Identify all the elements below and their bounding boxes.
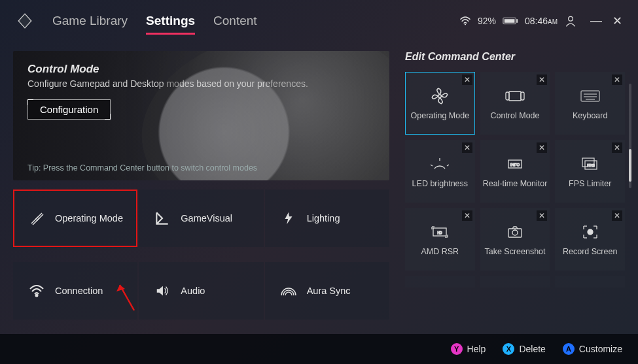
wifi-icon — [27, 282, 46, 300]
cc-tile-label: Operating Mode — [411, 111, 470, 120]
speaker-icon — [153, 282, 171, 300]
minimize-button[interactable]: — — [590, 14, 602, 28]
footer-delete[interactable]: X Delete — [503, 343, 545, 355]
tile-remove-button[interactable]: ✕ — [462, 74, 472, 85]
cc-tile-add[interactable]: + — [480, 276, 550, 288]
settings-tile-label: GameVisual — [181, 213, 232, 223]
profile-icon[interactable] — [564, 14, 577, 27]
footer-help[interactable]: Y Help — [451, 343, 486, 355]
svg-point-0 — [465, 24, 466, 25]
nav-tab-game-library[interactable]: Game Library — [52, 14, 128, 28]
settings-tile-audio[interactable]: Audio — [139, 262, 263, 320]
led-icon — [431, 154, 449, 174]
cc-tile-add[interactable]: + — [405, 276, 475, 288]
keyboard-icon — [580, 86, 600, 106]
settings-tile-label: Operating Mode — [55, 213, 123, 223]
nav-tabs: Game Library Settings Content — [52, 14, 257, 28]
nav-tab-content[interactable]: Content — [213, 14, 257, 28]
bolt-icon — [279, 209, 298, 227]
y-button-icon: Y — [451, 343, 463, 355]
settings-tile-label: Lighting — [307, 213, 340, 223]
tile-remove-button[interactable]: ✕ — [612, 210, 622, 221]
cc-tile-amd-rsr[interactable]: ✕HDAMD RSR — [405, 208, 475, 271]
settings-tile-aura-sync[interactable]: Aura Sync — [265, 262, 389, 320]
cc-tile-label: Keyboard — [573, 111, 608, 120]
app-logo — [16, 12, 34, 30]
settings-tile-operating-mode[interactable]: Operating Mode — [13, 190, 137, 247]
tile-remove-button[interactable]: ✕ — [462, 142, 472, 153]
cc-tile-label: LED brightness — [412, 179, 468, 188]
svg-text:FPS: FPS — [587, 163, 595, 167]
footer-bar: Y Help X Delete A Customize — [0, 334, 638, 364]
top-bar: Game Library Settings Content 92% 08:46A… — [0, 0, 638, 35]
svg-text:HD: HD — [438, 231, 443, 235]
svg-point-6 — [438, 95, 442, 98]
close-button[interactable]: ✕ — [612, 14, 622, 28]
settings-tile-label: Audio — [181, 286, 205, 296]
settings-tile-gamevisual[interactable]: GameVisual — [139, 190, 263, 247]
rainbow-icon — [279, 282, 298, 300]
wifi-icon — [459, 16, 471, 25]
cc-tile-control-mode[interactable]: ✕Control Mode — [480, 72, 550, 135]
cc-tile-label: Take Screenshot — [484, 247, 545, 256]
rsr-icon: HD — [431, 222, 448, 242]
tile-remove-button[interactable]: ✕ — [612, 142, 622, 153]
cc-tile-label: Real-time Monitor — [483, 179, 548, 188]
settings-tile-lighting[interactable]: Lighting — [265, 190, 389, 247]
settings-tile-connection[interactable]: Connection — [13, 262, 137, 320]
svg-point-4 — [569, 16, 573, 21]
settings-grid: Operating ModeGameVisualLightingConnecti… — [13, 190, 389, 333]
cc-tile-add[interactable]: + — [555, 276, 625, 288]
svg-rect-10 — [581, 91, 599, 101]
cc-tile-operating-mode[interactable]: ✕Operating Mode — [405, 72, 475, 135]
cc-tile-led-brightness[interactable]: ✕LED brightness — [405, 140, 475, 203]
command-center-title: Edit Command Center — [405, 51, 625, 63]
tile-remove-button[interactable]: ✕ — [537, 142, 547, 153]
handheld-icon — [505, 86, 525, 106]
hero-tip: Tip: Press the Command Center button to … — [27, 163, 257, 173]
svg-rect-9 — [521, 92, 524, 100]
command-center-grid: ✕Operating Mode✕Control Mode✕Keyboard✕LE… — [405, 72, 625, 288]
scrollbar[interactable] — [629, 84, 631, 188]
camera-icon — [507, 222, 523, 242]
battery-icon — [503, 17, 518, 25]
gvisual-icon — [153, 209, 171, 227]
cc-tile-fps-limiter[interactable]: ✕FPSFPS Limiter — [555, 140, 625, 203]
cc-tile-real-time-monitor[interactable]: ✕INFOReal-time Monitor — [480, 140, 550, 203]
fps-icon: FPS — [581, 154, 599, 174]
settings-tile-label: Connection — [55, 286, 103, 296]
svg-point-26 — [512, 230, 518, 235]
tile-remove-button[interactable]: ✕ — [462, 210, 472, 221]
tools-icon — [27, 209, 46, 227]
status-area: 92% 08:46AM — ✕ — [459, 14, 622, 28]
footer-customize[interactable]: A Customize — [563, 343, 622, 355]
tile-remove-button[interactable]: ✕ — [612, 74, 622, 85]
fan-icon — [431, 86, 449, 106]
hero-card-control-mode: Control Mode Configure Gamepad and Deskt… — [13, 51, 389, 180]
svg-text:INFO: INFO — [510, 163, 520, 167]
nav-tab-settings[interactable]: Settings — [146, 14, 195, 28]
battery-percent: 92% — [478, 16, 496, 26]
cc-tile-label: FPS Limiter — [569, 179, 611, 188]
svg-rect-8 — [506, 92, 509, 100]
x-button-icon: X — [503, 343, 514, 355]
configuration-button[interactable]: Configuration — [27, 99, 111, 120]
cc-tile-label: Record Screen — [563, 247, 617, 256]
cc-tile-label: Control Mode — [490, 111, 539, 120]
svg-rect-7 — [509, 91, 521, 101]
tile-remove-button[interactable]: ✕ — [537, 210, 547, 221]
svg-point-5 — [36, 294, 38, 296]
svg-point-35 — [588, 229, 593, 235]
cc-tile-keyboard[interactable]: ✕Keyboard — [555, 72, 625, 135]
settings-tile-label: Aura Sync — [307, 286, 351, 296]
cc-tile-take-screenshot[interactable]: ✕Take Screenshot — [480, 208, 550, 271]
a-button-icon: A — [563, 343, 575, 355]
hero-subtitle: Configure Gamepad and Desktop modes base… — [27, 78, 375, 89]
clock-time: 08:46AM — [525, 16, 558, 26]
hero-title: Control Mode — [27, 63, 375, 76]
tile-remove-button[interactable]: ✕ — [537, 74, 547, 85]
cc-tile-label: AMD RSR — [421, 247, 459, 256]
record-icon — [582, 222, 598, 242]
svg-rect-3 — [505, 19, 515, 23]
cc-tile-record-screen[interactable]: ✕Record Screen — [555, 208, 625, 271]
